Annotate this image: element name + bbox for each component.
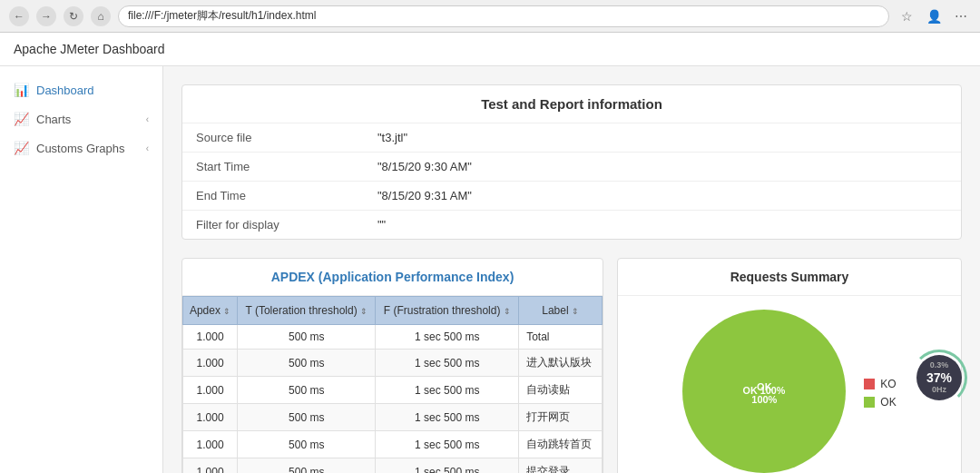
apdex-label: 提交登录 [519, 458, 603, 474]
info-row-value: "8/15/20 9:31 AM" [364, 182, 961, 211]
apdex-t: 500 ms [238, 404, 376, 431]
dashboard-icon: 📊 [14, 83, 29, 97]
apdex-label: 自动跳转首页 [519, 431, 603, 458]
info-row-label: Source file [182, 123, 364, 153]
sidebar-label-dashboard: Dashboard [36, 84, 94, 97]
scroll-bottom-text: 0Hz [926, 385, 952, 395]
apdex-label: 进入默认版块 [519, 350, 603, 377]
bookmark-button[interactable]: ☆ [897, 6, 916, 26]
info-table-row: End Time "8/15/20 9:31 AM" [182, 182, 961, 211]
requests-title: Requests Summary [618, 259, 961, 296]
app-body: 📊 Dashboard 📈 Charts ‹ 📈 Customs Graphs … [0, 66, 980, 473]
apdex-col-header[interactable]: T (Toleration threshold) ⇕ [238, 297, 376, 325]
apdex-t: 500 ms [238, 325, 376, 350]
apdex-t: 500 ms [238, 350, 376, 377]
requests-chart-area: OK 100% OK 100% KO [618, 296, 961, 473]
apdex-f: 1 sec 500 ms [376, 431, 519, 458]
info-table-row: Filter for display "" [182, 211, 961, 240]
ko-color-dot [864, 379, 875, 389]
apdex-table-row: 1.000 500 ms 1 sec 500 ms 进入默认版块 [183, 350, 603, 377]
apdex-val: 1.000 [183, 377, 238, 404]
apdex-val: 1.000 [183, 404, 238, 431]
info-card: Test and Report information Source file … [181, 84, 962, 240]
apdex-col-header[interactable]: Label ⇕ [519, 297, 603, 325]
legend-ko: KO [864, 378, 896, 390]
charts-icon: 📈 [14, 112, 29, 126]
sidebar: 📊 Dashboard 📈 Charts ‹ 📈 Customs Graphs … [0, 66, 163, 473]
pie-chart: OK 100% OK 100% [682, 310, 846, 473]
requests-card: Requests Summary OK 100% OK 100% [617, 258, 962, 473]
apdex-col-header[interactable]: F (Frustration threshold) ⇕ [376, 297, 519, 325]
menu-button[interactable]: ⋯ [951, 6, 971, 26]
apdex-table-row: 1.000 500 ms 1 sec 500 ms 提交登录 [183, 458, 603, 474]
ok-color-dot [864, 397, 875, 408]
info-card-title: Test and Report information [182, 85, 961, 123]
sidebar-label-charts: Charts [36, 113, 71, 126]
main-content: Test and Report information Source file … [163, 66, 980, 473]
profile-button[interactable]: 👤 [924, 6, 944, 26]
apdex-t: 500 ms [238, 377, 376, 404]
bottom-section: APDEX (Application Performance Index) Ap… [181, 258, 962, 473]
scroll-indicator: 0.3% 37% 0Hz [916, 355, 962, 400]
customs-graphs-icon: 📈 [14, 141, 29, 155]
info-table: Source file "t3.jtl" Start Time "8/15/20… [182, 123, 961, 239]
apdex-card: APDEX (Application Performance Index) Ap… [181, 258, 603, 473]
sidebar-item-charts[interactable]: 📈 Charts ‹ [0, 104, 162, 133]
apdex-f: 1 sec 500 ms [376, 325, 519, 350]
info-row-value: "" [364, 211, 961, 240]
apdex-val: 1.000 [183, 350, 238, 377]
info-table-row: Source file "t3.jtl" [182, 123, 961, 153]
apdex-title: APDEX (Application Performance Index) [182, 259, 603, 296]
apdex-table: Apdex ⇕T (Toleration threshold) ⇕F (Frus… [182, 296, 603, 473]
legend-ok: OK [864, 396, 896, 409]
apdex-header-row: Apdex ⇕T (Toleration threshold) ⇕F (Frus… [183, 297, 603, 325]
apdex-val: 1.000 [183, 431, 238, 458]
apdex-t: 500 ms [238, 431, 376, 458]
sidebar-item-dashboard[interactable]: 📊 Dashboard [0, 75, 162, 104]
refresh-button[interactable]: ↻ [64, 6, 83, 26]
home-button[interactable]: ⌂ [91, 6, 111, 26]
info-row-label: End Time [182, 182, 364, 211]
apdex-val: 1.000 [183, 458, 238, 474]
chevron-icon-charts: ‹ [146, 114, 149, 124]
ok-label: OK [880, 396, 896, 409]
apdex-f: 1 sec 500 ms [376, 404, 519, 431]
info-row-label: Start Time [182, 153, 364, 182]
address-bar[interactable] [118, 5, 889, 27]
chevron-icon-customs: ‹ [146, 143, 149, 153]
app-title: Apache JMeter Dashboard [0, 33, 980, 66]
apdex-label: 打开网页 [519, 404, 603, 431]
apdex-table-row: 1.000 500 ms 1 sec 500 ms 打开网页 [183, 404, 603, 431]
pie-center-label: OK 100% [751, 379, 777, 406]
ko-label: KO [880, 378, 896, 390]
info-table-row: Start Time "8/15/20 9:30 AM" [182, 153, 961, 182]
apdex-f: 1 sec 500 ms [376, 377, 519, 404]
apdex-table-row: 1.000 500 ms 1 sec 500 ms 自动读贴 [183, 377, 603, 404]
apdex-f: 1 sec 500 ms [376, 350, 519, 377]
apdex-t: 500 ms [238, 458, 376, 474]
apdex-col-header[interactable]: Apdex ⇕ [183, 297, 238, 325]
scroll-percent: 37% [926, 370, 952, 386]
apdex-table-row: 1.000 500 ms 1 sec 500 ms Total [183, 325, 603, 350]
scroll-top-text: 0.3% [926, 360, 952, 370]
app-container: Apache JMeter Dashboard 📊 Dashboard 📈 Ch… [0, 33, 980, 473]
apdex-label: 自动读贴 [519, 377, 603, 404]
apdex-val: 1.000 [183, 325, 238, 350]
apdex-f: 1 sec 500 ms [376, 458, 519, 474]
sidebar-item-customs-graphs[interactable]: 📈 Customs Graphs ‹ [0, 133, 162, 163]
apdex-table-row: 1.000 500 ms 1 sec 500 ms 自动跳转首页 [183, 431, 603, 458]
apdex-label: Total [519, 325, 603, 350]
info-row-value: "t3.jtl" [364, 123, 961, 153]
info-row-value: "8/15/20 9:30 AM" [364, 153, 961, 182]
forward-button[interactable]: → [36, 6, 56, 26]
chart-legend: KO OK [864, 378, 896, 409]
sidebar-label-customs-graphs: Customs Graphs [36, 142, 125, 155]
info-row-label: Filter for display [182, 211, 364, 240]
browser-chrome: ← → ↻ ⌂ ☆ 👤 ⋯ [0, 0, 980, 33]
back-button[interactable]: ← [9, 6, 29, 26]
